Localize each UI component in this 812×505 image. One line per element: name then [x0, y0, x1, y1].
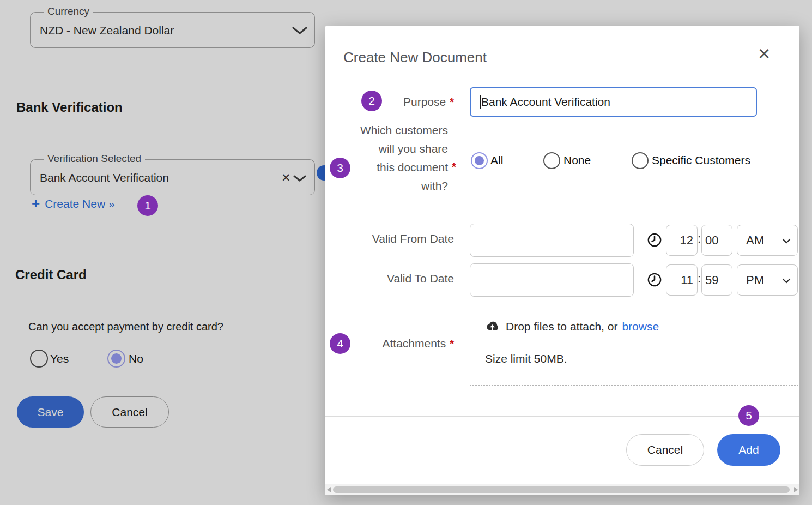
radio-share-none[interactable]: [543, 152, 560, 169]
attachments-label: Attachments: [382, 337, 446, 350]
chevron-down-icon: [782, 238, 791, 244]
purpose-value: Bank Account Verification: [481, 95, 610, 109]
meridiem-value: PM: [746, 273, 764, 287]
horizontal-scrollbar[interactable]: [325, 484, 799, 495]
valid-to-date-input[interactable]: [470, 263, 634, 297]
valid-from-minute-input[interactable]: 00: [701, 225, 732, 256]
app-window: Currency NZD - New Zealand Dollar Bank V…: [0, 0, 812, 505]
drop-text: Drop files to attach, or: [506, 320, 617, 333]
valid-to-label-row: Valid To Date: [327, 269, 454, 288]
drop-instruction: Drop files to attach, or browse: [484, 320, 659, 333]
chevron-down-icon: [782, 278, 791, 284]
modal-cancel-button[interactable]: Cancel: [626, 434, 704, 466]
close-icon[interactable]: ✕: [758, 46, 771, 62]
valid-from-hour-input[interactable]: 12: [666, 225, 698, 256]
size-limit-note: Size limit 50MB.: [485, 352, 567, 365]
step-badge-1: 1: [137, 195, 158, 216]
step-badge-3: 3: [330, 158, 350, 178]
radio-share-specific[interactable]: [632, 152, 649, 169]
step-badge-2: 2: [361, 91, 382, 111]
radio-share-all-label[interactable]: All: [490, 154, 503, 167]
footer-divider: [325, 416, 799, 417]
purpose-input[interactable]: Bank Account Verification: [470, 87, 757, 117]
clock-icon: [647, 272, 662, 287]
scrollbar-thumb[interactable]: [333, 486, 790, 493]
valid-from-label-row: Valid From Date: [327, 230, 454, 248]
radio-share-none-label[interactable]: None: [563, 154, 591, 167]
time-separator: :: [698, 232, 701, 246]
file-dropzone[interactable]: Drop files to attach, or browse Size lim…: [470, 302, 798, 386]
valid-from-date-input[interactable]: [470, 224, 634, 257]
modal-add-button[interactable]: Add: [717, 434, 780, 466]
valid-to-hour-input[interactable]: 11: [666, 264, 698, 296]
time-separator: :: [698, 272, 701, 286]
required-asterisk: *: [450, 338, 454, 350]
valid-to-meridiem-select[interactable]: PM: [737, 264, 798, 296]
required-asterisk: *: [452, 161, 456, 173]
create-document-modal: Create New Document ✕ Purpose * Bank Acc…: [325, 26, 799, 495]
valid-to-label: Valid To Date: [387, 272, 454, 285]
meridiem-value: AM: [746, 233, 764, 248]
share-question-label: Which customers will you share this docu…: [360, 121, 448, 195]
step-badge-4: 4: [330, 333, 350, 354]
valid-from-meridiem-select[interactable]: AM: [737, 225, 798, 256]
purpose-label: Purpose: [403, 95, 446, 109]
modal-title: Create New Document: [343, 49, 487, 66]
radio-share-specific-label[interactable]: Specific Customers: [652, 154, 750, 167]
radio-share-all[interactable]: [471, 152, 488, 169]
cloud-upload-icon: [484, 321, 500, 333]
scroll-right-arrow[interactable]: [794, 487, 798, 492]
scroll-left-arrow[interactable]: [327, 487, 331, 492]
radio-dot: [475, 156, 484, 165]
clock-icon: [647, 232, 662, 248]
required-asterisk: *: [450, 96, 454, 109]
step-badge-5: 5: [738, 405, 759, 426]
valid-from-label: Valid From Date: [372, 232, 454, 245]
browse-link[interactable]: browse: [622, 320, 659, 333]
valid-to-minute-input[interactable]: 59: [701, 264, 732, 296]
text-caret: [480, 95, 481, 109]
